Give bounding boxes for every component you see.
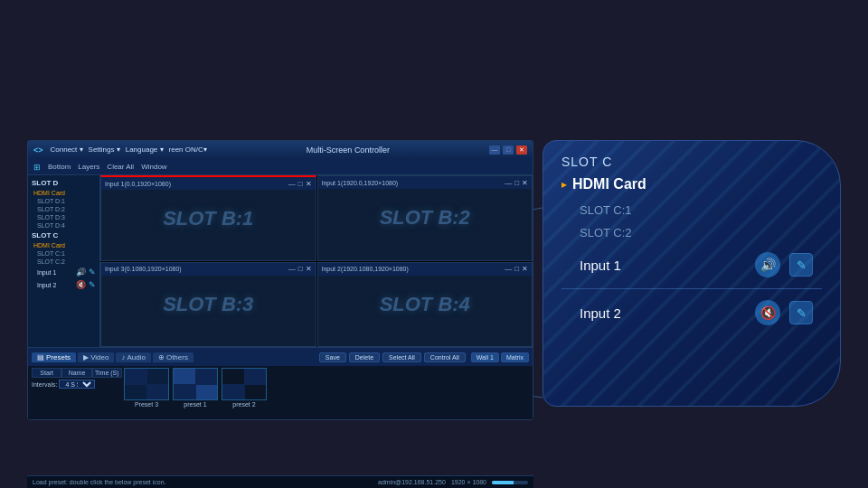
video-cell-3-bar: Input 3(0.1080,1920×1080) — □ ✕ bbox=[101, 263, 316, 276]
status-bar: Load preset: double click the below pres… bbox=[27, 475, 533, 488]
video-cell-3-min-btn[interactable]: — bbox=[288, 265, 296, 273]
callout-input2-row: Input 2 🔇 ✎ bbox=[561, 293, 822, 333]
video-cell-3-close-btn[interactable]: ✕ bbox=[306, 265, 312, 273]
video-cell-1-close-btn[interactable]: ✕ bbox=[306, 180, 312, 188]
video-cell-4-header: Input 2(1920.1080,1920×1080) bbox=[322, 266, 409, 272]
preset-cell bbox=[245, 385, 267, 400]
preset-cell bbox=[125, 385, 146, 400]
bottom-area: ▤ Presets ▶ Video ♪ Audio ⊕ Others Save … bbox=[28, 347, 533, 419]
action-buttons: Save Delete Select All Control All bbox=[319, 352, 466, 362]
delete-button[interactable]: Delete bbox=[349, 352, 380, 362]
preset-cell bbox=[125, 369, 146, 384]
preset-cell bbox=[147, 369, 169, 384]
preset-cell bbox=[245, 369, 267, 384]
tab-audio-icon: ♪ bbox=[121, 353, 125, 361]
save-button[interactable]: Save bbox=[319, 352, 346, 362]
sidebar-input1-icons: 🔊 ✎ bbox=[76, 267, 96, 277]
sidebar-input1-edit-icon[interactable]: ✎ bbox=[89, 267, 96, 277]
video-cell-1-max-btn[interactable]: □ bbox=[298, 180, 303, 188]
video-cell-4-min-btn[interactable]: — bbox=[505, 265, 512, 273]
callout-input2-sound-icon[interactable]: 🔇 bbox=[755, 300, 780, 325]
sidebar-input2-label: Input 2 bbox=[37, 282, 56, 288]
video-cell-3-header: Input 3(0.1080,1920×1080) bbox=[105, 266, 182, 272]
preset-thumb-1-img[interactable] bbox=[173, 368, 218, 400]
wall1-button[interactable]: Wall 1 bbox=[471, 352, 499, 362]
callout-input1-sound-icon[interactable]: 🔊 bbox=[755, 252, 780, 277]
video-cell-2-controls: — □ ✕ bbox=[505, 179, 528, 187]
callout-input2-icons: 🔇 ✎ bbox=[755, 300, 813, 325]
menu-settings[interactable]: Settings ▾ bbox=[89, 145, 120, 154]
video-cell-1-min-btn[interactable]: — bbox=[288, 180, 296, 188]
video-cell-4-controls: — □ ✕ bbox=[505, 265, 528, 273]
sidebar-input2-sound-icon[interactable]: 🔇 bbox=[76, 280, 86, 289]
sidebar-item-slot-c1[interactable]: SLOT C:1 bbox=[28, 249, 99, 258]
sidebar-input2-edit-icon[interactable]: ✎ bbox=[89, 280, 96, 289]
toolbar-bottom[interactable]: Bottom bbox=[48, 163, 71, 171]
video-cell-3-max-btn[interactable]: □ bbox=[298, 265, 303, 273]
sidebar-input2-icons: 🔇 ✎ bbox=[76, 280, 96, 289]
tab-others-label: Others bbox=[166, 353, 188, 361]
sidebar-input1-sound-icon[interactable]: 🔊 bbox=[76, 267, 86, 277]
preset-thumb-3-img[interactable] bbox=[124, 368, 169, 400]
interval-select[interactable]: 4 S Seconds bbox=[59, 380, 95, 389]
preset-thumb-2-img[interactable] bbox=[222, 368, 267, 400]
tab-video-label: Video bbox=[90, 353, 108, 361]
intervals-label: Intervals: bbox=[32, 381, 57, 388]
preset-thumb-1-label: preset 1 bbox=[184, 401, 206, 408]
video-cell-2-max-btn[interactable]: □ bbox=[514, 179, 519, 187]
preset-cell bbox=[174, 385, 195, 400]
presets-content: Start Name Time (S) Intervals: 4 S Secon… bbox=[28, 366, 533, 420]
video-cell-2-min-btn[interactable]: — bbox=[505, 179, 512, 187]
video-cell-4-max-btn[interactable]: □ bbox=[514, 265, 519, 273]
status-resolution: 1920 × 1080 bbox=[451, 479, 486, 485]
toolbar-window[interactable]: Window bbox=[141, 163, 166, 171]
close-button[interactable]: ✕ bbox=[516, 145, 527, 155]
intervals-input: Intervals: 4 S Seconds bbox=[32, 380, 122, 389]
callout-card-label: HDMI Card bbox=[572, 176, 646, 192]
callout-input1-edit-icon[interactable]: ✎ bbox=[789, 253, 813, 277]
sidebar-item-slot-d2[interactable]: SLOT D:2 bbox=[28, 205, 99, 213]
col-time: Time (S) bbox=[92, 368, 122, 378]
preset-cell bbox=[222, 369, 244, 384]
sidebar-item-slot-d1[interactable]: SLOT D:1 bbox=[28, 197, 99, 205]
toolbar: ⊞ Bottom Layers Clear All Window bbox=[28, 159, 533, 175]
menu-screen[interactable]: reen ON/C▾ bbox=[169, 145, 207, 154]
toolbar-clear-all[interactable]: Clear All bbox=[107, 163, 134, 171]
video-cell-3: Input 3(0.1080,1920×1080) — □ ✕ SLOT B:3 bbox=[100, 262, 316, 348]
toolbar-icon: ⊞ bbox=[33, 163, 41, 172]
tab-others[interactable]: ⊕ Others bbox=[153, 352, 193, 362]
col-start: Start bbox=[32, 368, 61, 378]
sidebar-item-slot-c2[interactable]: SLOT C:2 bbox=[28, 258, 99, 266]
maximize-button[interactable]: □ bbox=[503, 145, 514, 155]
sidebar-item-slot-d4[interactable]: SLOT D:4 bbox=[28, 221, 99, 230]
minimize-button[interactable]: — bbox=[489, 145, 500, 155]
tab-audio[interactable]: ♪ Audio bbox=[116, 352, 150, 362]
tab-video-icon: ▶ bbox=[83, 353, 89, 361]
menu-language[interactable]: Language ▾ bbox=[126, 145, 164, 154]
tab-video[interactable]: ▶ Video bbox=[78, 352, 114, 362]
callout-panel: SLOT C ▸ HDMI Card SLOT C:1 SLOT C:2 Inp… bbox=[542, 140, 841, 407]
video-cell-1-controls: — □ ✕ bbox=[288, 180, 312, 188]
preset-thumb-3: Preset 3 bbox=[124, 368, 169, 408]
matrix-button[interactable]: Matrix bbox=[501, 352, 529, 362]
sidebar-input1-label: Input 1 bbox=[37, 269, 56, 276]
preset-table: Start Name Time (S) Intervals: 4 S Secon… bbox=[32, 368, 122, 390]
title-bar-menus: Connect ▾ Settings ▾ Language ▾ reen ON/… bbox=[51, 145, 207, 154]
select-all-button[interactable]: Select All bbox=[382, 352, 421, 362]
sidebar-item-slot-d3[interactable]: SLOT D:3 bbox=[28, 213, 99, 221]
video-cell-4-close-btn[interactable]: ✕ bbox=[522, 265, 528, 273]
video-cell-1-bar: Input 1(0.0,1920×1080) — □ ✕ bbox=[101, 177, 316, 190]
toolbar-layers[interactable]: Layers bbox=[78, 163, 99, 171]
callout-input2-edit-icon[interactable]: ✎ bbox=[789, 301, 813, 324]
sidebar-slot-d-card: HDMI Card bbox=[28, 189, 99, 197]
video-cell-2-close-btn[interactable]: ✕ bbox=[522, 179, 528, 187]
video-cell-2-header: Input 1(1920.0,1920×1080) bbox=[322, 180, 399, 186]
status-text: Load preset: double click the below pres… bbox=[33, 479, 165, 485]
app-title: Multi-Screen Controller bbox=[207, 145, 489, 155]
video-cell-4-bar: Input 2(1920.1080,1920×1080) — □ ✕ bbox=[318, 263, 533, 276]
tab-others-icon: ⊕ bbox=[158, 353, 165, 361]
menu-connect[interactable]: Connect ▾ bbox=[51, 145, 83, 154]
control-all-button[interactable]: Control All bbox=[424, 352, 466, 362]
main-content: SLOT D HDMI Card SLOT D:1 SLOT D:2 SLOT … bbox=[28, 175, 533, 347]
tab-presets[interactable]: ▤ Presets bbox=[32, 352, 76, 362]
